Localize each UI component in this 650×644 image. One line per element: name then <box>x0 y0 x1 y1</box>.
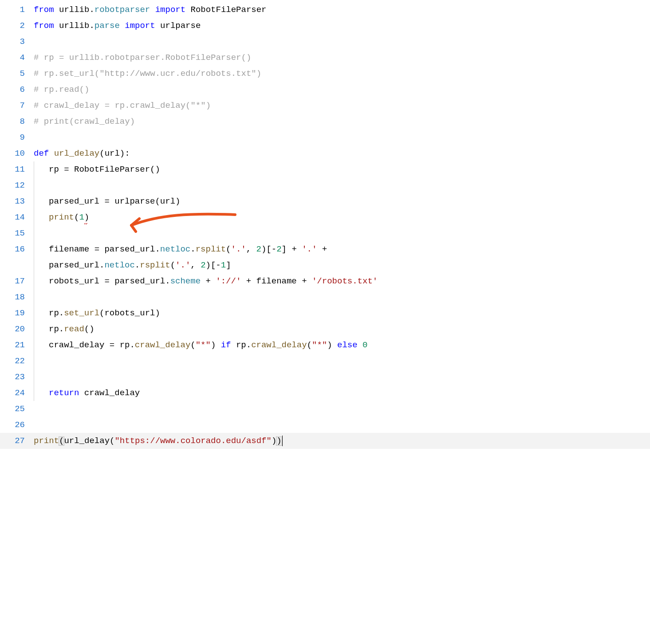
code-line[interactable]: 15 <box>0 225 650 241</box>
code-content[interactable]: # rp.read() <box>34 82 89 98</box>
code-editor[interactable]: 1from urllib.robotparser import RobotFil… <box>0 0 650 449</box>
code-line[interactable]: 1from urllib.robotparser import RobotFil… <box>0 2 650 18</box>
code-line[interactable]: 24return crawl_delay <box>0 385 650 401</box>
code-line[interactable]: 18 <box>0 289 650 305</box>
code-content[interactable]: print(url_delay("https://www.colorado.ed… <box>34 433 283 449</box>
code-line[interactable]: 9 <box>0 130 650 145</box>
code-line[interactable]: 8# print(crawl_delay) <box>0 114 650 130</box>
code-line[interactable]: 21crawl_delay = rp.crawl_delay("*") if r… <box>0 337 650 353</box>
code-line[interactable]: 22 <box>0 353 650 369</box>
code-line[interactable]: 4# rp = urllib.robotparser.RobotFilePars… <box>0 50 650 66</box>
code-content[interactable]: crawl_delay = rp.crawl_delay("*") if rp.… <box>49 337 367 353</box>
code-content[interactable]: print(1) <box>49 209 89 225</box>
code-content[interactable]: from urllib.parse import urlparse <box>34 18 201 34</box>
code-token: + <box>302 277 307 286</box>
code-line[interactable]: 6# rp.read() <box>0 82 650 98</box>
code-token: netloc <box>104 261 134 270</box>
code-content[interactable]: # print(crawl_delay) <box>34 114 135 130</box>
code-token: . <box>190 245 195 254</box>
code-token: rp <box>49 325 59 334</box>
code-line[interactable]: 10def url_delay(url): <box>0 145 650 161</box>
code-token: # rp.set_url("http://www.ucr.edu/robots.… <box>34 70 261 78</box>
line-number: 2 <box>0 18 34 34</box>
code-content[interactable]: # crawl_delay = rp.crawl_delay("*") <box>34 98 211 114</box>
code-content[interactable]: rp.read() <box>49 321 95 337</box>
code-token: crawl_delay <box>49 341 110 349</box>
code-content[interactable]: # rp.set_url("http://www.ucr.edu/robots.… <box>34 66 261 82</box>
code-content[interactable]: rp.set_url(robots_url) <box>49 305 160 321</box>
code-token: '.' <box>231 245 246 254</box>
code-line[interactable]: 12 <box>0 177 650 193</box>
indent-guide <box>34 241 49 257</box>
code-token: urlparse <box>155 22 201 30</box>
code-content[interactable]: from urllib.robotparser import RobotFile… <box>34 2 267 18</box>
line-number: 10 <box>0 145 34 161</box>
code-line[interactable]: 16filename = parsed_url.netloc.rsplit('.… <box>0 241 650 257</box>
code-content[interactable]: parsed_url = urlparse(url) <box>49 193 180 209</box>
code-token: netloc <box>160 245 190 254</box>
code-content[interactable]: def url_delay(url): <box>34 145 130 161</box>
code-token: . <box>155 245 160 254</box>
line-number: 23 <box>0 369 34 385</box>
code-token: , <box>190 261 201 270</box>
code-line[interactable]: 23 <box>0 369 650 385</box>
code-token: ] <box>226 261 231 270</box>
code-token: RobotFileParser() <box>69 165 160 174</box>
code-token: = <box>104 277 109 286</box>
code-token: else <box>337 341 358 349</box>
indent-guide <box>34 193 49 209</box>
line-number: 25 <box>0 401 34 417</box>
indent-guide <box>34 321 49 337</box>
code-token <box>317 245 322 254</box>
code-token: filename <box>251 277 302 286</box>
code-content[interactable]: robots_url = parsed_url.scheme + '://' +… <box>49 273 378 289</box>
code-token: ( <box>226 245 231 254</box>
code-line[interactable]: 13parsed_url = urlparse(url) <box>0 193 650 209</box>
code-line[interactable]: 5# rp.set_url("http://www.ucr.edu/robots… <box>0 66 650 82</box>
code-content[interactable]: # rp = urllib.robotparser.RobotFileParse… <box>34 50 251 66</box>
code-token: from <box>34 22 54 30</box>
line-number: 11 <box>0 161 34 177</box>
code-line[interactable]: 19rp.set_url(robots_url) <box>0 305 650 321</box>
text-cursor <box>282 436 283 446</box>
code-token: . <box>246 341 251 349</box>
code-token: 1 <box>221 261 226 270</box>
code-token: '/robots.txt' <box>312 277 378 286</box>
code-line[interactable]: 7# crawl_delay = rp.crawl_delay("*") <box>0 98 650 114</box>
code-line[interactable]: 26 <box>0 417 650 433</box>
line-number: 12 <box>0 177 34 193</box>
code-token: set_url <box>64 309 99 318</box>
code-token <box>241 277 246 286</box>
code-token: . <box>59 309 64 318</box>
code-line[interactable]: 27print(url_delay("https://www.colorado.… <box>0 433 650 449</box>
code-token: urlparse(url) <box>110 197 181 206</box>
code-line[interactable]: 14print(1) <box>0 209 650 225</box>
code-token <box>297 245 302 254</box>
code-token: # crawl_delay = rp.crawl_delay("*") <box>34 102 211 110</box>
code-token: "*" <box>312 341 327 349</box>
code-token: () <box>84 325 95 334</box>
code-token: url_delay <box>54 149 100 158</box>
code-token: from <box>34 6 54 14</box>
code-line[interactable]: 11rp = RobotFileParser() <box>0 161 650 177</box>
code-token: parsed_url <box>99 245 155 254</box>
indent-guide <box>34 257 49 273</box>
code-line[interactable]: 2from urllib.parse import urlparse <box>0 18 650 34</box>
line-number: 19 <box>0 305 34 321</box>
code-token: ) <box>327 341 337 349</box>
code-line[interactable]: 25 <box>0 401 650 417</box>
code-content[interactable]: filename = parsed_url.netloc.rsplit('.',… <box>49 241 327 257</box>
code-content[interactable]: parsed_url.netloc.rsplit('.', 2)[-1] <box>49 257 231 273</box>
line-number: 27 <box>0 433 34 449</box>
code-line[interactable]: 3 <box>0 34 650 50</box>
code-line[interactable]: parsed_url.netloc.rsplit('.', 2)[-1] <box>0 257 650 273</box>
code-content[interactable]: rp = RobotFileParser() <box>49 161 160 177</box>
code-token: . <box>59 325 64 334</box>
indent-guide <box>34 209 49 225</box>
code-line[interactable]: 17robots_url = parsed_url.scheme + '://'… <box>0 273 650 289</box>
code-line[interactable]: 20rp.read() <box>0 321 650 337</box>
indent-guide <box>34 305 49 321</box>
line-number: 15 <box>0 225 34 241</box>
code-token: print <box>34 437 59 445</box>
code-content[interactable]: return crawl_delay <box>49 385 140 401</box>
